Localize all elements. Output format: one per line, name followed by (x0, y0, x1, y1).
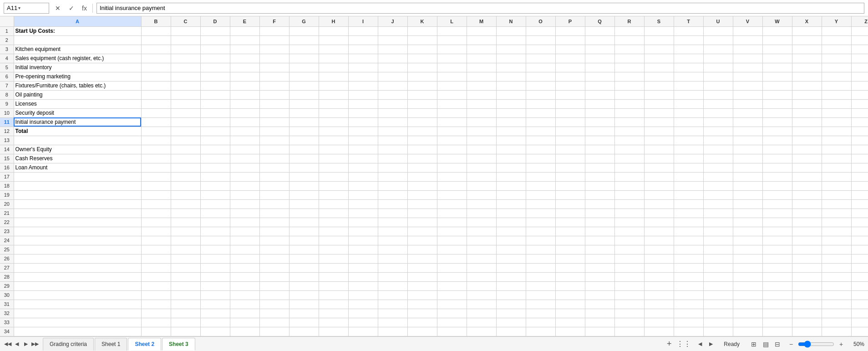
col-header-J[interactable]: J (378, 16, 407, 26)
cell-E1[interactable] (230, 26, 259, 36)
cell-N23[interactable] (496, 227, 526, 236)
cell-G3[interactable] (289, 45, 319, 54)
cell-N24[interactable] (496, 236, 526, 245)
formula-input[interactable]: Initial insurance payment (96, 3, 864, 14)
cell-J21[interactable] (378, 209, 407, 218)
cell-C29[interactable] (171, 281, 200, 290)
cell-R24[interactable] (614, 236, 644, 245)
cell-A8[interactable]: Oil painting (14, 90, 141, 99)
cell-P15[interactable] (555, 154, 585, 163)
cell-W32[interactable] (762, 309, 792, 318)
cell-N7[interactable] (496, 81, 526, 90)
cell-I18[interactable] (348, 181, 378, 190)
cell-K31[interactable] (407, 300, 437, 309)
cell-S14[interactable] (644, 145, 674, 154)
cell-I27[interactable] (348, 263, 378, 272)
cell-Q32[interactable] (585, 309, 614, 318)
cell-V33[interactable] (733, 318, 762, 327)
cell-X17[interactable] (792, 172, 822, 181)
cell-K15[interactable] (407, 154, 437, 163)
cell-A3[interactable]: Kitchen equipment (14, 45, 141, 54)
cell-Y33[interactable] (822, 318, 851, 327)
cell-D24[interactable] (200, 236, 230, 245)
cell-F32[interactable] (259, 309, 289, 318)
cell-T4[interactable] (674, 54, 703, 63)
spreadsheet-scroll[interactable]: ABCDEFGHIJKLMNOPQRSTUVWXYZAAABACADAE 1St… (0, 16, 868, 336)
cell-A24[interactable] (14, 236, 141, 245)
cell-U27[interactable] (703, 263, 733, 272)
cell-L26[interactable] (437, 254, 467, 263)
cell-P22[interactable] (555, 218, 585, 227)
cell-H27[interactable] (319, 263, 348, 272)
cell-U30[interactable] (703, 290, 733, 300)
cell-L25[interactable] (437, 245, 467, 254)
cell-K18[interactable] (407, 181, 437, 190)
cell-K14[interactable] (407, 145, 437, 154)
cell-M10[interactable] (467, 108, 496, 117)
cell-Q22[interactable] (585, 218, 614, 227)
cell-V5[interactable] (733, 63, 762, 72)
cell-S13[interactable] (644, 136, 674, 145)
cell-S16[interactable] (644, 163, 674, 172)
cell-Z12[interactable] (851, 127, 868, 136)
cell-K19[interactable] (407, 190, 437, 199)
cell-S35[interactable] (644, 336, 674, 336)
cell-S28[interactable] (644, 272, 674, 281)
cell-M29[interactable] (467, 281, 496, 290)
cell-T24[interactable] (674, 236, 703, 245)
cell-H35[interactable] (319, 336, 348, 336)
cell-W12[interactable] (762, 127, 792, 136)
cell-C34[interactable] (171, 327, 200, 336)
cell-F9[interactable] (259, 99, 289, 108)
cell-N4[interactable] (496, 54, 526, 63)
cell-C27[interactable] (171, 263, 200, 272)
cell-P30[interactable] (555, 290, 585, 300)
cell-R19[interactable] (614, 190, 644, 199)
cell-K1[interactable] (407, 26, 437, 36)
cell-Q2[interactable] (585, 36, 614, 45)
cell-K10[interactable] (407, 108, 437, 117)
cell-R35[interactable] (614, 336, 644, 336)
cell-K26[interactable] (407, 254, 437, 263)
cell-M17[interactable] (467, 172, 496, 181)
cell-V32[interactable] (733, 309, 762, 318)
cell-F34[interactable] (259, 327, 289, 336)
cell-K24[interactable] (407, 236, 437, 245)
cell-U28[interactable] (703, 272, 733, 281)
cell-U16[interactable] (703, 163, 733, 172)
cell-A11[interactable]: Initial insurance payment (14, 117, 141, 127)
cell-I6[interactable] (348, 72, 378, 81)
cell-W34[interactable] (762, 327, 792, 336)
cell-V1[interactable] (733, 26, 762, 36)
cell-A31[interactable] (14, 300, 141, 309)
cell-S32[interactable] (644, 309, 674, 318)
cell-O29[interactable] (526, 281, 555, 290)
cell-Z27[interactable] (851, 263, 868, 272)
cell-Y17[interactable] (822, 172, 851, 181)
zoom-out-button[interactable]: − (786, 339, 796, 349)
cell-J5[interactable] (378, 63, 407, 72)
cell-F3[interactable] (259, 45, 289, 54)
cell-F4[interactable] (259, 54, 289, 63)
cell-D23[interactable] (200, 227, 230, 236)
cell-H4[interactable] (319, 54, 348, 63)
cell-S33[interactable] (644, 318, 674, 327)
cell-N21[interactable] (496, 209, 526, 218)
cell-Z6[interactable] (851, 72, 868, 81)
cell-Y10[interactable] (822, 108, 851, 117)
cell-W30[interactable] (762, 290, 792, 300)
cell-C23[interactable] (171, 227, 200, 236)
col-header-P[interactable]: P (555, 16, 585, 26)
cell-Q9[interactable] (585, 99, 614, 108)
cell-G4[interactable] (289, 54, 319, 63)
cell-P10[interactable] (555, 108, 585, 117)
cell-D2[interactable] (200, 36, 230, 45)
cell-L12[interactable] (437, 127, 467, 136)
cell-F2[interactable] (259, 36, 289, 45)
cell-B2[interactable] (141, 36, 171, 45)
cell-D4[interactable] (200, 54, 230, 63)
cell-Q14[interactable] (585, 145, 614, 154)
cell-O9[interactable] (526, 99, 555, 108)
cell-D16[interactable] (200, 163, 230, 172)
cell-H28[interactable] (319, 272, 348, 281)
